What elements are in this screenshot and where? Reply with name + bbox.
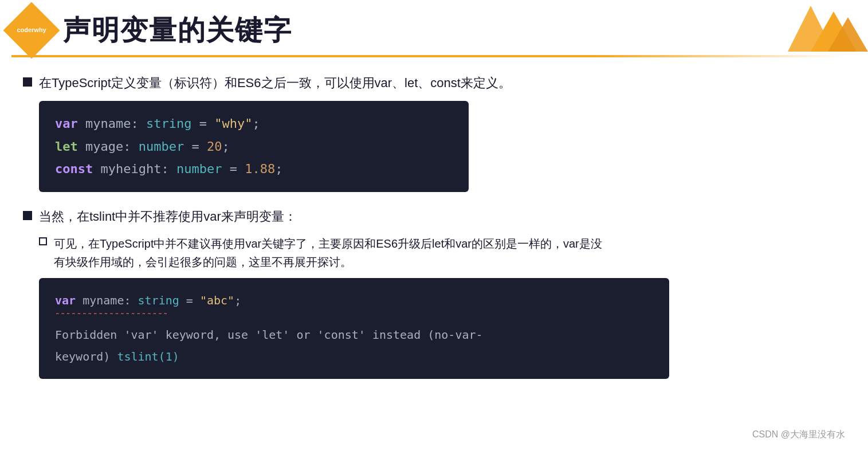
- error-message-2: keyword): [55, 350, 117, 363]
- colon-3: :: [161, 162, 168, 176]
- logo-text: coderwhy: [17, 26, 46, 34]
- semi-3: ;: [275, 162, 282, 176]
- semi-1: ;: [252, 116, 260, 131]
- bullet-1-label: 在TypeScript定义变量（标识符）和ES6之后一致，可以使用var、let…: [39, 75, 511, 92]
- equals-3: =: [230, 162, 237, 176]
- colon-abc: :: [124, 294, 131, 307]
- code-block-1: var myname: string = "why"; let myage: n…: [39, 101, 469, 192]
- error-underline-row: ˜˜˜˜˜˜˜˜˜˜˜˜˜˜˜˜˜˜˜˜˜: [55, 309, 653, 324]
- footer: CSDN @大海里没有水: [752, 429, 845, 441]
- identifier-myname: myname: [85, 116, 131, 131]
- sub-bullet-icon: [39, 237, 47, 245]
- bullet-2-text: 当然，在tslint中并不推荐使用var来声明变量：: [23, 208, 845, 225]
- keyword-var-2: var: [55, 294, 76, 307]
- colon-1: :: [131, 116, 138, 131]
- bullet-2-label: 当然，在tslint中并不推荐使用var来声明变量：: [39, 208, 297, 225]
- equals-2: =: [191, 139, 199, 154]
- keyword-let: let: [55, 139, 78, 154]
- code-line-abc: var myname: string = "abc";: [55, 289, 653, 311]
- equals-abc: =: [186, 294, 193, 307]
- type-number-1: number: [139, 139, 184, 154]
- keyword-const: const: [55, 162, 93, 176]
- keyword-var: var: [55, 116, 78, 131]
- identifier-myname-2: myname: [83, 294, 124, 307]
- header: coderwhy 声明变量的关键字: [0, 0, 868, 50]
- bullet-section-2: 当然，在tslint中并不推荐使用var来声明变量： 可见，在TypeScrip…: [23, 208, 845, 379]
- identifier-myage: myage: [85, 139, 123, 154]
- error-line-1: Forbidden 'var' keyword, use 'let' or 'c…: [55, 324, 653, 346]
- code-line-1: var myname: string = "why";: [55, 112, 453, 135]
- value-20: 20: [207, 139, 222, 154]
- footer-text: CSDN @大海里没有水: [752, 429, 845, 439]
- value-why: "why": [214, 116, 252, 131]
- bullet-section-1: 在TypeScript定义变量（标识符）和ES6之后一致，可以使用var、let…: [23, 75, 845, 192]
- identifier-myheight: myheight: [100, 162, 161, 176]
- code-block-2: var myname: string = "abc"; ˜˜˜˜˜˜˜˜˜˜˜˜…: [39, 278, 669, 379]
- type-number-2: number: [176, 162, 222, 176]
- equals-1: =: [199, 116, 207, 131]
- main-content: 在TypeScript定义变量（标识符）和ES6之后一致，可以使用var、let…: [0, 57, 868, 406]
- mountains-decoration: [742, 0, 868, 65]
- bullet-square-icon: [23, 77, 32, 87]
- error-message-1: Forbidden 'var' keyword, use 'let' or 'c…: [55, 328, 483, 342]
- type-string: string: [146, 116, 191, 131]
- code-line-3: const myheight: number = 1.88;: [55, 158, 453, 181]
- page-title: 声明变量的关键字: [63, 12, 292, 49]
- error-line-2: keyword) tslint(1): [55, 346, 653, 367]
- bullet-1-text: 在TypeScript定义变量（标识符）和ES6之后一致，可以使用var、let…: [23, 75, 845, 92]
- semi-2: ;: [222, 139, 229, 154]
- logo-diamond: coderwhy: [3, 2, 60, 59]
- value-abc: "abc": [200, 294, 234, 307]
- bullet-square-icon-2: [23, 211, 32, 220]
- value-188: 1.88: [245, 162, 275, 176]
- type-string-2: string: [138, 294, 179, 307]
- sub-bullet-text: 可见，在TypeScript中并不建议再使用var关键字了，主要原因和ES6升级…: [54, 234, 602, 271]
- colon-2: :: [123, 139, 131, 154]
- sub-bullet-1: 可见，在TypeScript中并不建议再使用var关键字了，主要原因和ES6升级…: [39, 234, 845, 271]
- tslint-ref: tslint(1): [117, 350, 179, 363]
- semi-abc: ;: [234, 294, 241, 307]
- code-line-2: let myage: number = 20;: [55, 135, 453, 158]
